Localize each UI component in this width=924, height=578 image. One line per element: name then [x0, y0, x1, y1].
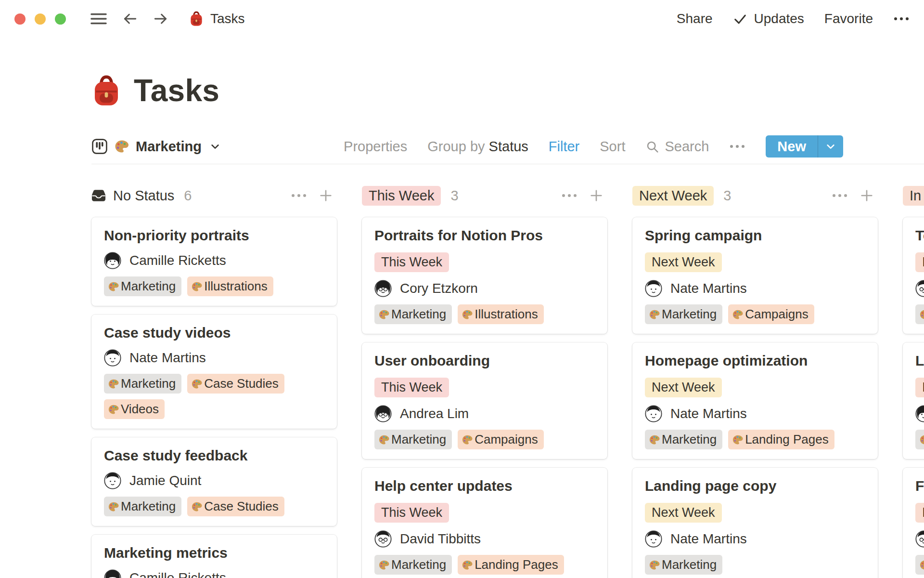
task-card[interactable]: Portraits for Notion ProsThis WeekCory E… [362, 217, 607, 334]
column-label[interactable]: In Pr [903, 186, 924, 206]
avatar [645, 280, 662, 297]
column-header: Next Week3 [632, 185, 878, 206]
filter-button[interactable]: Filter [549, 139, 579, 155]
assignee-name: Andrea Lim [400, 406, 469, 421]
search-button[interactable]: Search [645, 139, 709, 155]
tag: Illustrations [458, 304, 544, 324]
checkmark-icon [733, 12, 747, 26]
new-button-label[interactable]: New [766, 135, 818, 158]
page-header: Tasks [91, 70, 924, 111]
assignee-name: Cory Etzkorn [400, 281, 478, 296]
card-title: Tear [915, 227, 924, 244]
card-title: Spring campaign [645, 227, 865, 244]
column-label-text: No Status [113, 188, 174, 204]
assignee: Nate Martins [645, 280, 865, 297]
status-badge: This Week [374, 252, 449, 272]
more-options-icon[interactable] [893, 16, 910, 22]
task-card[interactable]: Homepage optimizationNext WeekNate Marti… [632, 342, 878, 459]
task-card[interactable]: Help center updatesThis WeekDavid Tibbit… [362, 468, 607, 578]
status-badge: In P [915, 252, 924, 272]
share-button[interactable]: Share [677, 11, 713, 26]
tag-label: Illustrations [204, 279, 268, 294]
tag: Landing Pages [728, 430, 834, 449]
tag: Case Studies [187, 374, 284, 394]
status-badge: This Week [374, 378, 449, 397]
tag-label: Marketing [662, 432, 717, 447]
status-row: Next Week [645, 378, 865, 397]
task-card[interactable]: User onboardingThis WeekAndrea LimMarket… [362, 342, 607, 459]
tag-list: MarketingLanding Pages [374, 555, 595, 575]
back-icon[interactable] [122, 11, 138, 27]
column-label[interactable]: No Status [91, 188, 174, 204]
assignee: Andrea Lim [374, 405, 595, 422]
kanban-board: No Status6Non-priority portraitsCamille … [91, 185, 924, 578]
favorite-button[interactable]: Favorite [824, 11, 873, 26]
assignee: Cory Etzkorn [374, 280, 595, 297]
tag: Marketing [645, 430, 722, 449]
tag: M [915, 304, 924, 324]
column-more-icon[interactable] [832, 193, 848, 198]
column-count: 3 [723, 188, 731, 204]
view-more-icon[interactable] [729, 144, 745, 149]
card-title: Portraits for Notion Pros [374, 227, 595, 244]
task-card[interactable]: Non-priority portraitsCamille RickettsMa… [91, 217, 337, 306]
zoom-window-button[interactable] [55, 13, 66, 25]
tag-label: Marketing [391, 557, 446, 572]
status-row: In P [915, 378, 924, 397]
updates-button[interactable]: Updates [733, 11, 804, 26]
task-card[interactable]: TearIn PDM [903, 217, 924, 334]
tag-label: Illustrations [475, 307, 538, 322]
forward-icon[interactable] [153, 11, 169, 27]
column-label[interactable]: Next Week [632, 186, 714, 206]
group-by-button[interactable]: Group by Status [427, 139, 528, 155]
board-column-in-progress: In PrTearIn PDMLanIn PCMLaFix sIn PDM [903, 185, 924, 578]
column-add-icon[interactable] [860, 188, 874, 203]
page-title[interactable]: Tasks [134, 73, 219, 108]
close-window-button[interactable] [14, 13, 26, 25]
task-card[interactable]: Landing page copyNext WeekNate MartinsMa… [632, 468, 878, 578]
task-card[interactable]: Spring campaignNext WeekNate MartinsMark… [632, 217, 878, 334]
tag-label: Marketing [391, 307, 446, 322]
properties-button[interactable]: Properties [344, 139, 407, 155]
column-more-icon[interactable] [291, 193, 307, 198]
page-backpack-icon[interactable] [91, 75, 121, 106]
assignee: C [915, 405, 924, 422]
task-card[interactable]: Fix sIn PDM [903, 468, 924, 578]
task-card[interactable]: Marketing metricsCamille Ricketts [91, 535, 337, 578]
titlebar-actions: Share Updates Favorite [677, 11, 910, 26]
palette-icon [649, 559, 660, 571]
column-label[interactable]: This Week [362, 186, 441, 206]
palette-icon [732, 309, 744, 320]
view-switcher[interactable]: Marketing [91, 138, 220, 155]
status-badge: In P [915, 503, 924, 523]
tag: Campaigns [458, 430, 544, 449]
tag-label: Marketing [662, 557, 717, 572]
group-by-value: Status [489, 139, 528, 154]
assignee: Camille Ricketts [104, 569, 324, 578]
column-header: This Week3 [362, 185, 607, 206]
new-dropdown-chevron-icon[interactable] [818, 135, 843, 158]
card-title: Case study feedback [104, 447, 324, 464]
status-row: This Week [374, 378, 595, 397]
new-button[interactable]: New [766, 135, 843, 158]
palette-icon [108, 404, 119, 415]
task-card[interactable]: Case study videosNate MartinsMarketingCa… [91, 315, 337, 429]
column-add-icon[interactable] [589, 188, 603, 203]
sidebar-menu-icon[interactable] [90, 12, 107, 26]
minimize-window-button[interactable] [35, 13, 46, 25]
column-add-icon[interactable] [319, 188, 333, 203]
palette-icon [462, 309, 473, 320]
palette-icon [378, 434, 390, 446]
task-card[interactable]: Case study feedbackJamie QuintMarketingC… [91, 437, 337, 526]
task-card[interactable]: LanIn PCMLa [903, 342, 924, 459]
palette-icon [649, 434, 660, 446]
palette-icon [114, 139, 129, 154]
column-more-icon[interactable] [561, 193, 578, 198]
tag-label: Campaigns [475, 432, 538, 447]
column-header: No Status6 [91, 185, 337, 206]
sort-button[interactable]: Sort [600, 139, 625, 155]
palette-icon [732, 434, 744, 446]
avatar [104, 569, 121, 578]
card-title: Case study videos [104, 324, 324, 342]
breadcrumb-title[interactable]: Tasks [210, 11, 245, 26]
